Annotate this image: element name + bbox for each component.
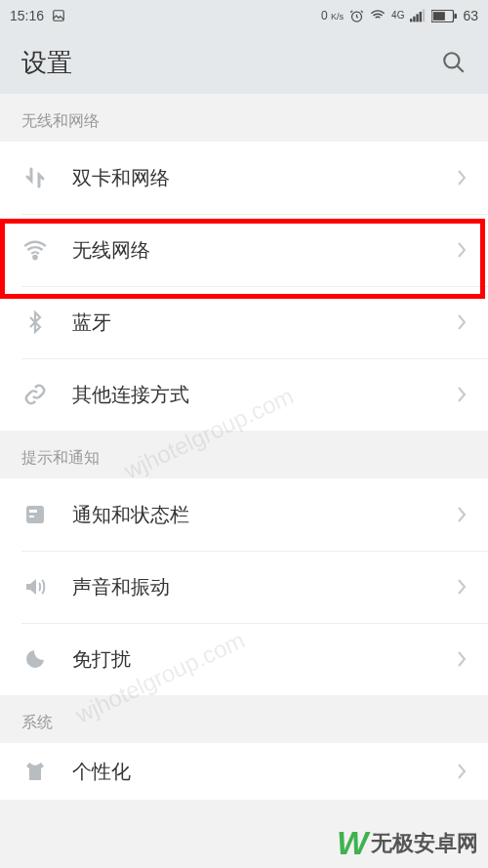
- item-sound-vibration[interactable]: 声音和振动: [0, 551, 488, 623]
- sim-swap-icon: [21, 164, 49, 191]
- item-label: 个性化: [72, 759, 131, 785]
- item-other-connections[interactable]: 其他连接方式: [0, 358, 488, 431]
- link-icon: [21, 381, 49, 408]
- header: 设置: [0, 31, 488, 94]
- svg-rect-8: [433, 12, 445, 21]
- item-label: 蓝牙: [72, 310, 111, 336]
- chevron-right-icon: [457, 506, 467, 523]
- svg-rect-6: [423, 10, 425, 22]
- svg-point-10: [444, 53, 459, 67]
- item-do-not-disturb[interactable]: 免打扰: [0, 623, 488, 695]
- svg-line-11: [457, 65, 464, 72]
- svg-rect-13: [26, 506, 44, 523]
- picture-icon: [52, 9, 65, 22]
- item-bluetooth[interactable]: 蓝牙: [0, 286, 488, 358]
- chevron-right-icon: [457, 169, 467, 186]
- watermark-logo: W 无极安卓网: [337, 824, 478, 862]
- alarm-icon: [349, 9, 364, 23]
- item-label: 其他连接方式: [72, 382, 189, 408]
- chevron-right-icon: [457, 578, 467, 596]
- svg-rect-9: [455, 13, 458, 18]
- status-time: 15:16: [10, 8, 44, 23]
- logo-w-icon: W: [337, 824, 365, 862]
- svg-rect-3: [414, 17, 416, 22]
- chevron-right-icon: [457, 650, 467, 668]
- battery-percent: 63: [463, 8, 478, 23]
- svg-rect-2: [410, 19, 412, 21]
- battery-icon: [431, 10, 457, 22]
- section-title-system: 系统: [0, 695, 488, 743]
- svg-rect-0: [54, 11, 64, 21]
- svg-rect-14: [29, 510, 37, 513]
- section-title-wireless: 无线和网络: [0, 94, 488, 142]
- svg-rect-15: [29, 516, 34, 517]
- svg-rect-5: [420, 12, 422, 21]
- svg-point-12: [33, 256, 36, 259]
- notification-icon: [21, 501, 49, 528]
- item-label: 无线网络: [72, 237, 150, 264]
- item-label: 通知和状态栏: [72, 502, 189, 528]
- network-label: 4G: [391, 11, 404, 21]
- page-title: 设置: [21, 46, 72, 80]
- chevron-right-icon: [457, 313, 467, 331]
- logo-text: 无极安卓网: [371, 829, 478, 858]
- section-title-notifications: 提示和通知: [0, 431, 488, 478]
- item-personalization[interactable]: 个性化: [0, 743, 488, 800]
- item-label: 声音和振动: [72, 574, 170, 600]
- signal-icon: [410, 9, 426, 22]
- speaker-icon: [21, 573, 49, 600]
- item-label: 双卡和网络: [72, 165, 170, 191]
- search-button[interactable]: [441, 50, 467, 75]
- moon-icon: [21, 645, 49, 673]
- wifi-icon: [21, 236, 49, 264]
- status-speed: 0 K/s: [321, 9, 344, 22]
- shirt-icon: [21, 758, 49, 785]
- chevron-right-icon: [457, 763, 467, 780]
- bluetooth-icon: [21, 309, 49, 336]
- chevron-right-icon: [457, 386, 467, 403]
- item-label: 免打扰: [72, 646, 131, 673]
- item-wifi[interactable]: 无线网络: [0, 214, 488, 286]
- item-dual-sim[interactable]: 双卡和网络: [0, 142, 488, 214]
- chevron-right-icon: [457, 241, 467, 259]
- item-notification-status[interactable]: 通知和状态栏: [0, 478, 488, 551]
- status-bar: 15:16 0 K/s 4G 63: [0, 0, 488, 31]
- svg-rect-4: [417, 14, 419, 21]
- wifi-icon: [370, 8, 386, 23]
